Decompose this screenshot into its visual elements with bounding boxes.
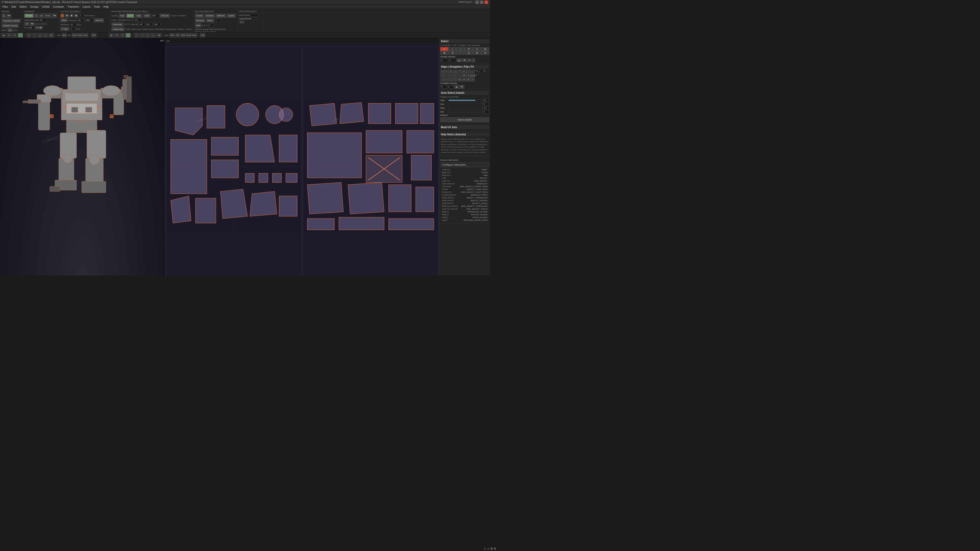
uv-scale-icon[interactable]: ⤡ bbox=[126, 33, 131, 38]
stop2-input[interactable] bbox=[146, 23, 153, 26]
menu-constrain[interactable]: Constrain bbox=[52, 5, 65, 9]
follow-avg-btn[interactable]: Follow Avg. bbox=[111, 27, 124, 31]
hide-btn[interactable]: Hide bbox=[62, 33, 67, 38]
sel-btn-9[interactable]: ⋯ bbox=[457, 51, 465, 55]
group-val[interactable] bbox=[208, 24, 214, 27]
3d-viewport[interactable]: 人人素材社区 人人素材 人人素材社区 bbox=[0, 38, 165, 276]
menu-files[interactable]: Files bbox=[1, 5, 10, 9]
uv-view3[interactable]: △ bbox=[145, 33, 150, 38]
stop-input[interactable] bbox=[139, 23, 145, 26]
similar-minus-btn[interactable]: - bbox=[472, 59, 475, 62]
layout-btn3[interactable]: ■ bbox=[70, 14, 73, 18]
flats-btn[interactable]: Flats bbox=[72, 33, 77, 38]
uv-tile-2[interactable]: 人人素材 bbox=[302, 46, 439, 276]
layout-btn2[interactable]: ■ bbox=[65, 14, 69, 18]
align-left-btn[interactable]: ◁| bbox=[440, 70, 444, 73]
unwrap-select[interactable]: Free Fixed bbox=[44, 14, 57, 18]
menu-unfold[interactable]: Unfold bbox=[41, 5, 51, 9]
align-r3-btn3[interactable]: △ bbox=[449, 78, 453, 81]
scalable-input2[interactable] bbox=[447, 85, 453, 89]
align-top-btn[interactable]: △| bbox=[453, 70, 457, 73]
max-input[interactable] bbox=[483, 99, 489, 102]
view-tool4[interactable]: ◇ bbox=[43, 33, 48, 38]
straighten-btn4[interactable]: ↙ bbox=[453, 74, 457, 77]
menu-edit[interactable]: Edit bbox=[10, 5, 18, 9]
align-bottom-btn[interactable]: |▽ bbox=[462, 70, 466, 73]
unwrap-u-btn[interactable]: U bbox=[35, 14, 38, 18]
transform-islands-btn[interactable]: Transform Islands bbox=[2, 19, 21, 23]
rotate-tool-icon[interactable]: ↺ bbox=[12, 33, 18, 38]
crush-btn[interactable]: Crush bbox=[471, 74, 475, 77]
close-button[interactable]: ✕ bbox=[485, 0, 488, 4]
straighten-btn2[interactable]: → bbox=[445, 74, 449, 77]
select-islands-btn[interactable]: Select Islands bbox=[440, 118, 489, 122]
keep-avg-btn[interactable]: Keep Avg. bbox=[111, 22, 123, 26]
view-tool2[interactable]: ○ bbox=[32, 33, 37, 38]
view-tool1[interactable]: □ bbox=[26, 33, 32, 38]
pack-all-btn[interactable]: Pack All bbox=[160, 14, 170, 18]
hide-btn2[interactable]: Hide bbox=[91, 33, 97, 38]
none-btn[interactable]: None bbox=[206, 19, 214, 22]
uv-3d-btn[interactable]: 3D bbox=[175, 33, 180, 38]
similar-input1[interactable] bbox=[440, 59, 448, 62]
uv-flats-btn[interactable]: Flats bbox=[181, 33, 186, 38]
px-input[interactable] bbox=[478, 70, 483, 73]
auto-select-title[interactable]: Auto Select Islands bbox=[440, 91, 489, 95]
billparts-btn[interactable]: BillParts bbox=[216, 14, 226, 18]
quality-num[interactable] bbox=[151, 14, 159, 18]
uv-tile-1[interactable]: 人人素材社区 bbox=[166, 46, 302, 276]
sel-btn-3[interactable]: ○ bbox=[457, 47, 465, 51]
multi-input[interactable] bbox=[250, 14, 258, 17]
remove-group-btn[interactable]: Remove bbox=[195, 19, 205, 22]
align-right-btn[interactable]: |▷ bbox=[449, 70, 453, 73]
sel-btn-7[interactable]: ⊠ bbox=[440, 51, 448, 55]
uv-view4[interactable]: ◇ bbox=[151, 33, 156, 38]
align-r3-btn8[interactable]: ⊡ bbox=[471, 78, 475, 81]
uv-rotate-icon[interactable]: ↺ bbox=[120, 33, 125, 38]
scalable-input[interactable] bbox=[440, 85, 447, 89]
angles-input[interactable] bbox=[39, 18, 47, 22]
layout-btn1[interactable]: ■ bbox=[60, 14, 64, 18]
add-group-btn[interactable]: Add bbox=[195, 24, 201, 27]
enable-btn[interactable]: Enable bbox=[24, 14, 33, 18]
move-tool-icon[interactable]: ✛ bbox=[6, 33, 12, 38]
uv-view2[interactable]: ○ bbox=[140, 33, 145, 38]
menu-groups[interactable]: Groups bbox=[29, 5, 40, 9]
uv-auto-btn[interactable]: Auto bbox=[192, 33, 197, 38]
update-unwrap-btn[interactable]: Update Unwrap bbox=[2, 24, 19, 27]
mutations-input[interactable] bbox=[70, 23, 76, 26]
scalable-down[interactable]: ▼ bbox=[460, 85, 465, 89]
sel-btn-2[interactable]: □ bbox=[449, 47, 457, 51]
fill-select[interactable]: Fill bbox=[35, 26, 43, 29]
select-title[interactable]: Select bbox=[440, 39, 489, 43]
sel-btn-1[interactable]: ✕ bbox=[440, 47, 448, 51]
maximize-button[interactable]: □ bbox=[480, 0, 484, 4]
td-input[interactable] bbox=[134, 18, 142, 22]
straighten-btn1[interactable]: ↗ bbox=[440, 74, 444, 77]
uv-viewport[interactable]: 人人素材社区 bbox=[165, 38, 439, 276]
menu-layout[interactable]: Layout bbox=[81, 5, 92, 9]
align-center-btn[interactable]: ⊢ bbox=[445, 70, 449, 73]
menu-select[interactable]: Select bbox=[18, 5, 28, 9]
spacing-input[interactable] bbox=[76, 19, 84, 22]
bottom-slider[interactable] bbox=[449, 115, 489, 116]
max-slider[interactable] bbox=[449, 100, 482, 101]
scale-tool-icon[interactable]: ⤡ bbox=[18, 33, 23, 38]
quality-norm[interactable]: Norm bbox=[127, 14, 134, 18]
flip-v-btn[interactable]: ↕ bbox=[471, 70, 475, 73]
align-r3-btn4[interactable]: ▽ bbox=[453, 78, 457, 81]
similar-add-btn[interactable]: + bbox=[468, 59, 471, 62]
quality-high[interactable]: High bbox=[135, 14, 142, 18]
similar-down-btn[interactable]: ▼ bbox=[462, 59, 467, 62]
align-r3-btn1[interactable]: ◁ bbox=[440, 78, 444, 81]
align-r3-btn5[interactable]: ⊞ bbox=[458, 78, 462, 81]
uv-hide-btn[interactable]: Hide bbox=[170, 33, 175, 38]
align-middle-btn[interactable]: ⊤ bbox=[458, 70, 462, 73]
auto-btn[interactable]: Auto bbox=[83, 33, 88, 38]
uv-hide-btn2[interactable]: Hide bbox=[200, 33, 205, 38]
sel-btn-6[interactable]: ⊞ bbox=[481, 47, 489, 51]
auto-fit-btn[interactable]: Auto Fit bbox=[94, 18, 104, 22]
flip-h-btn[interactable]: ↔ bbox=[466, 70, 471, 73]
sel-btn-8[interactable]: ☰ bbox=[449, 51, 457, 55]
select-tool-icon[interactable]: ◈ bbox=[1, 33, 6, 38]
